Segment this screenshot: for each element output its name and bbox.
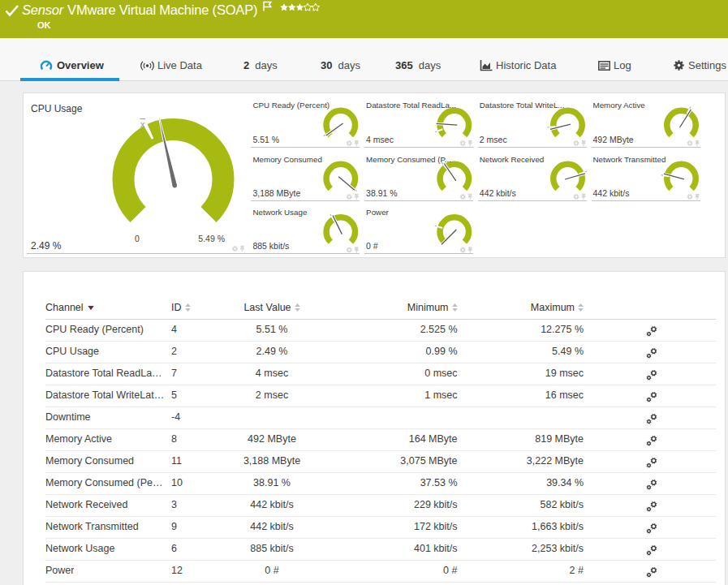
svg-text:x: x — [140, 119, 145, 129]
